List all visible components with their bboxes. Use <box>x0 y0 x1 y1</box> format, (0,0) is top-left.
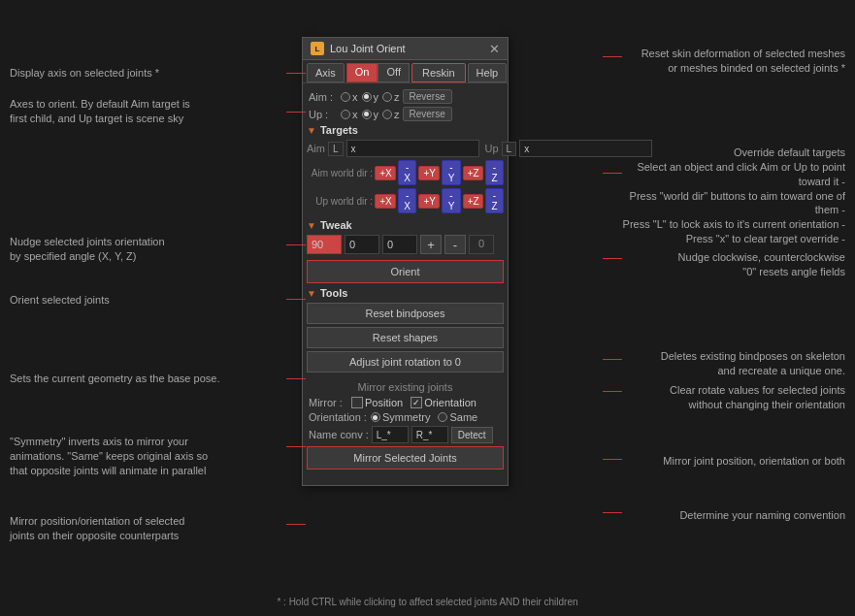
aim-y-radio[interactable]: y <box>362 91 379 103</box>
aim-plus-y-button[interactable]: +Y <box>418 166 440 180</box>
up-target-label: Up <box>485 143 499 154</box>
detect-button[interactable]: Detect <box>451 427 493 443</box>
up-x-radio[interactable]: x <box>341 109 358 120</box>
mirror-existing-label: Mirror existing joints <box>307 381 504 393</box>
aim-minus-y-button[interactable]: -Y <box>442 160 460 185</box>
tab-axis[interactable]: Axis <box>307 63 345 82</box>
up-minus-y-button[interactable]: -Y <box>442 188 460 213</box>
reset-shapes-button[interactable]: Reset shapes <box>307 327 504 348</box>
annotation-nudge-cw: Nudge clockwise, counterclockwise"0" res… <box>622 250 845 279</box>
window-title: Lou Joint Orient <box>330 43 406 54</box>
aim-z-label: z <box>394 91 400 103</box>
titlebar: L Lou Joint Orient ✕ <box>303 38 508 60</box>
aim-minus-x-button[interactable]: -X <box>398 160 416 185</box>
aim-target-row: Aim L Up L <box>307 140 504 157</box>
tab-reskin[interactable]: Reskin <box>411 63 466 82</box>
connector-targets <box>603 173 622 174</box>
aim-target-input[interactable] <box>346 140 479 157</box>
up-row: Up : x y z Reverse <box>307 107 504 121</box>
r-input[interactable] <box>411 426 448 443</box>
up-world-dir-label: Up world dir : <box>307 196 373 207</box>
aim-lock-button[interactable]: L <box>328 142 344 156</box>
position-checkbox[interactable] <box>351 397 363 408</box>
up-plus-x-button[interactable]: +X <box>375 194 396 209</box>
up-reverse-button[interactable]: Reverse <box>403 107 452 121</box>
mirror-section: Mirror existing joints Mirror : Position… <box>307 381 504 473</box>
position-check[interactable]: Position <box>351 397 403 408</box>
annotation-mirror-pos: Mirror position/orientation of selectedj… <box>10 514 291 543</box>
up-z-dot <box>382 110 392 119</box>
tab-help[interactable]: Help <box>468 63 508 82</box>
on-button[interactable]: On <box>346 63 378 82</box>
on-off-group: On Off <box>346 63 410 82</box>
position-check-label: Position <box>365 397 403 408</box>
connector-nudge-cw <box>603 258 622 259</box>
aim-x-label: x <box>352 91 358 103</box>
footer-note: * : Hold CTRL while clicking to affect s… <box>0 596 855 609</box>
name-conv-label: Name conv : <box>309 429 369 440</box>
up-world-dir-row: Up world dir : +X -X +Y -Y +Z -Z <box>307 188 504 213</box>
tweak-val2-input[interactable] <box>345 235 379 254</box>
up-lock-button[interactable]: L <box>502 142 517 156</box>
aim-y-label: y <box>374 91 379 103</box>
orientation-check[interactable]: ✓ Orientation <box>411 397 477 408</box>
aim-z-dot <box>382 92 392 102</box>
mirror-selected-joints-button[interactable]: Mirror Selected Joints <box>307 446 504 470</box>
orient-button[interactable]: Orient <box>307 260 504 283</box>
annotation-sets-geometry: Sets the current geometry as the base po… <box>10 372 291 386</box>
window-icon: L <box>311 42 324 55</box>
reset-bindposes-button[interactable]: Reset bindposes <box>307 303 504 324</box>
aim-plus-z-button[interactable]: +Z <box>463 166 483 180</box>
l-input[interactable] <box>372 426 409 443</box>
tweak-val1-input[interactable] <box>307 235 342 254</box>
mirror-row-label: Mirror : <box>309 397 347 408</box>
up-z-radio[interactable]: z <box>382 109 400 120</box>
up-plus-y-button[interactable]: +Y <box>418 194 440 209</box>
symmetry-label: Symmetry <box>382 411 431 423</box>
symmetry-radio[interactable]: Symmetry <box>371 411 431 423</box>
close-button[interactable]: ✕ <box>489 43 500 55</box>
aim-reverse-button[interactable]: Reverse <box>403 89 452 104</box>
aim-plus-x-button[interactable]: +X <box>375 166 396 180</box>
tools-arrow: ▼ <box>307 288 316 299</box>
tweak-val3-input[interactable] <box>382 235 417 254</box>
tweak-inputs-row: + - 0 <box>307 235 504 254</box>
up-minus-x-button[interactable]: -X <box>398 188 416 213</box>
orientation-row-label: Orientation : <box>309 411 367 423</box>
same-radio[interactable]: Same <box>438 411 477 423</box>
title-left: L Lou Joint Orient <box>311 42 406 55</box>
aim-label: Aim : <box>309 91 338 103</box>
annotation-symmetry: "Symmetry" inverts axis to mirror youran… <box>10 435 291 478</box>
orientation-checkbox[interactable]: ✓ <box>411 397 422 408</box>
up-z-label: z <box>394 109 400 120</box>
annotation-reset-skin: Reset skin deformation of selected meshe… <box>612 47 845 76</box>
annotation-orient-joints: Orient selected joints <box>10 293 291 308</box>
aim-row: Aim : x y z Reverse <box>307 89 504 104</box>
aim-x-radio[interactable]: x <box>341 91 358 103</box>
tweak-zero-value: 0 <box>469 235 494 254</box>
up-target-input[interactable] <box>519 140 652 157</box>
mirror-type-row: Mirror : Position ✓ Orientation <box>307 397 504 408</box>
annotation-override-targets: Override default targetsSelect an object… <box>612 146 845 246</box>
up-radio-group: x y z <box>341 109 400 120</box>
tools-header: ▼ Tools <box>307 287 504 299</box>
targets-header: ▼ Targets <box>307 124 504 136</box>
up-y-dot <box>362 110 372 119</box>
up-plus-z-button[interactable]: +Z <box>463 194 483 209</box>
orientation-check-label: Orientation <box>424 397 477 408</box>
tweak-minus-button[interactable]: - <box>444 235 466 254</box>
aim-minus-z-button[interactable]: -Z <box>485 160 504 185</box>
adjust-rotation-button[interactable]: Adjust joint rotation to 0 <box>307 351 504 373</box>
up-y-radio[interactable]: y <box>362 109 379 120</box>
name-conv-row: Name conv : Detect <box>307 426 504 443</box>
up-minus-z-button[interactable]: -Z <box>485 188 504 213</box>
off-button[interactable]: Off <box>378 63 409 82</box>
tools-title: Tools <box>320 287 348 299</box>
up-label: Up : <box>309 109 338 120</box>
connector-mirror-pos <box>286 524 306 525</box>
aim-z-radio[interactable]: z <box>382 91 400 103</box>
aim-world-dir-label: Aim world dir : <box>307 168 373 178</box>
tweak-plus-button[interactable]: + <box>420 235 442 254</box>
aim-target-label: Aim <box>307 143 325 154</box>
connector-naming <box>603 512 622 513</box>
